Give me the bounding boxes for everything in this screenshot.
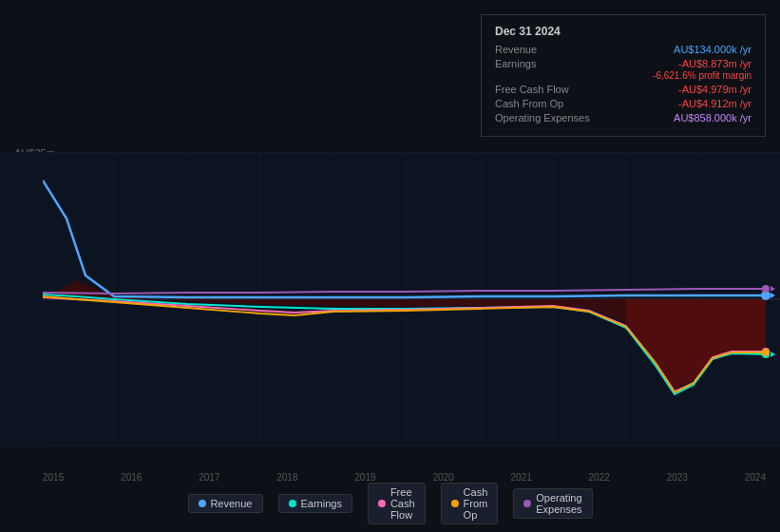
legend-item-cashfromop[interactable]: Cash From Op xyxy=(441,483,499,524)
tooltip-value-opex: AU$858.000k /yr xyxy=(674,112,751,124)
x-label-2016: 2016 xyxy=(121,472,142,483)
legend-label-revenue: Revenue xyxy=(210,498,252,509)
tooltip-label-earnings: Earnings xyxy=(495,58,536,69)
legend-dot-revenue xyxy=(198,500,205,507)
tooltip-label-fcf: Free Cash Flow xyxy=(495,84,569,95)
legend-item-fcf[interactable]: Free Cash Flow xyxy=(368,483,426,524)
tooltip-value-fcf: -AU$4.979m /yr xyxy=(678,84,751,95)
svg-point-16 xyxy=(762,285,770,293)
x-label-2017: 2017 xyxy=(199,472,219,483)
x-label-2024: 2024 xyxy=(745,472,766,483)
tooltip-label-opex: Operating Expenses xyxy=(495,112,590,124)
x-label-2018: 2018 xyxy=(276,472,297,483)
tooltip-label-revenue: Revenue xyxy=(495,44,537,55)
tooltip-date: Dec 31 2024 xyxy=(495,25,751,38)
tooltip-row-fcf: Free Cash Flow -AU$4.979m /yr xyxy=(495,84,751,95)
legend-label-opex: Operating Expenses xyxy=(536,492,581,515)
x-axis-labels: 2015 2016 2017 2018 2019 2020 2021 2022 … xyxy=(43,472,766,483)
x-label-2019: 2019 xyxy=(354,472,375,483)
chart-legend: Revenue Earnings Free Cash Flow Cash Fro… xyxy=(187,483,592,524)
legend-item-earnings[interactable]: Earnings xyxy=(277,494,352,513)
tooltip-row-opex: Operating Expenses AU$858.000k /yr xyxy=(495,112,751,124)
tooltip-row-earnings: Earnings -AU$8.873m /yr xyxy=(495,58,751,69)
tooltip-row-cashfromop: Cash From Op -AU$4.912m /yr xyxy=(495,98,751,109)
x-label-2023: 2023 xyxy=(667,472,688,483)
legend-item-revenue[interactable]: Revenue xyxy=(187,494,262,513)
legend-dot-opex xyxy=(523,500,531,507)
chart-area xyxy=(0,152,780,446)
legend-dot-fcf xyxy=(378,500,386,507)
legend-item-opex[interactable]: Operating Expenses xyxy=(513,488,592,519)
tooltip-value-cashfromop: -AU$4.912m /yr xyxy=(678,98,751,109)
x-label-2020: 2020 xyxy=(432,472,453,483)
tooltip-label-cashfromop: Cash From Op xyxy=(495,98,563,109)
tooltip-row-revenue: Revenue AU$134.000k /yr xyxy=(495,44,751,55)
legend-label-earnings: Earnings xyxy=(300,498,341,509)
legend-dot-earnings xyxy=(288,500,295,507)
legend-dot-cashfromop xyxy=(451,500,459,507)
tooltip-value-revenue: AU$134.000k /yr xyxy=(674,44,751,55)
x-label-2015: 2015 xyxy=(43,472,64,483)
legend-label-cashfromop: Cash From Op xyxy=(464,486,488,521)
tooltip-panel: Dec 31 2024 Revenue AU$134.000k /yr Earn… xyxy=(481,14,766,137)
tooltip-value-earnings: -AU$8.873m /yr xyxy=(678,58,751,69)
svg-point-18 xyxy=(762,349,770,356)
x-label-2021: 2021 xyxy=(510,472,531,483)
legend-label-fcf: Free Cash Flow xyxy=(390,486,415,521)
x-label-2022: 2022 xyxy=(589,472,610,483)
tooltip-profit-margin: -6,621.6% profit margin xyxy=(495,70,751,81)
